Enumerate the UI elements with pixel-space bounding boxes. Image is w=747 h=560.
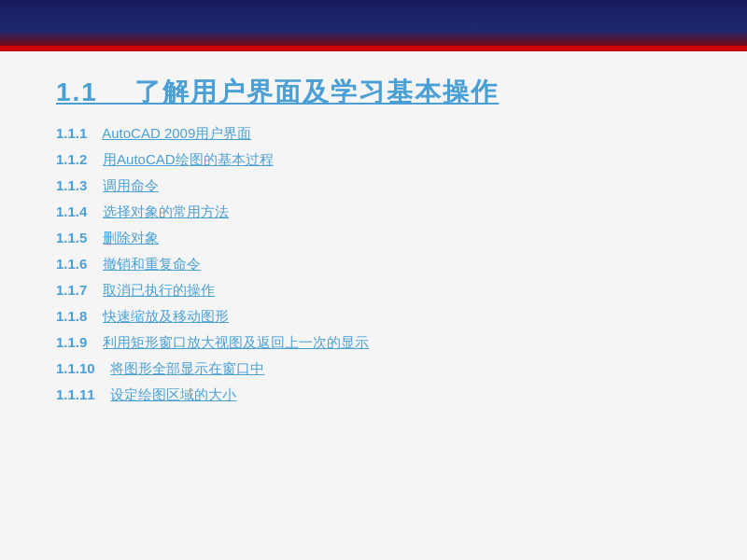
list-item-9[interactable]: 1.1.9 利用矩形窗口放大视图及返回上一次的显示 [56, 334, 691, 352]
item-3-text: 调用命令 [103, 177, 159, 193]
item-10-text: 将图形全部显示在窗口中 [110, 360, 264, 376]
list-item-5[interactable]: 1.1.5 删除对象 [56, 230, 691, 247]
header-bar [0, 0, 747, 51]
item-4-text: 选择对象的常用方法 [103, 203, 229, 219]
main-title-text: 了解用户界面及学习基本操作 [134, 77, 499, 106]
item-5-number: 1.1.5 [56, 230, 87, 245]
list-item-3[interactable]: 1.1.3 调用命令 [56, 177, 691, 195]
item-1-text: AutoCAD 2009用户界面 [102, 125, 251, 141]
item-6-text: 撤销和重复命令 [103, 256, 201, 272]
item-9-text: 利用矩形窗口放大视图及返回上一次的显示 [103, 334, 369, 350]
list-item-10[interactable]: 1.1.10 将图形全部显示在窗口中 [56, 360, 691, 378]
item-1-number: 1.1.1 [56, 125, 87, 141]
list-item-8[interactable]: 1.1.8 快速缩放及移动图形 [56, 308, 691, 326]
item-4-number: 1.1.4 [56, 203, 87, 219]
item-7-number: 1.1.7 [56, 282, 87, 298]
item-11-number: 1.1.11 [56, 386, 95, 402]
item-5-text: 删除对象 [103, 230, 159, 245]
item-8-text: 快速缩放及移动图形 [103, 308, 229, 324]
item-10-number: 1.1.10 [56, 360, 95, 376]
item-8-number: 1.1.8 [56, 308, 87, 324]
item-9-number: 1.1.9 [56, 334, 87, 350]
main-title-number: 1.1 [56, 77, 98, 106]
item-11-text: 设定绘图区域的大小 [110, 386, 236, 402]
main-title[interactable]: 1.1 了解用户界面及学习基本操作 [56, 75, 691, 110]
list-item-4[interactable]: 1.1.4 选择对象的常用方法 [56, 203, 691, 221]
item-7-text: 取消已执行的操作 [103, 282, 215, 298]
item-6-number: 1.1.6 [56, 256, 87, 272]
content-area: 1.1 了解用户界面及学习基本操作 1.1.1 AutoCAD 2009用户界面… [0, 51, 747, 560]
item-2-number: 1.1.2 [56, 151, 87, 167]
list-item-11[interactable]: 1.1.11 设定绘图区域的大小 [56, 386, 691, 404]
list-item-6[interactable]: 1.1.6 撤销和重复命令 [56, 256, 691, 273]
list-item-1[interactable]: 1.1.1 AutoCAD 2009用户界面 [56, 125, 691, 143]
item-2-text: 用AutoCAD绘图的基本过程 [103, 151, 274, 167]
list-item-2[interactable]: 1.1.2 用AutoCAD绘图的基本过程 [56, 151, 691, 169]
item-3-number: 1.1.3 [56, 177, 87, 193]
list-item-7[interactable]: 1.1.7 取消已执行的操作 [56, 282, 691, 300]
